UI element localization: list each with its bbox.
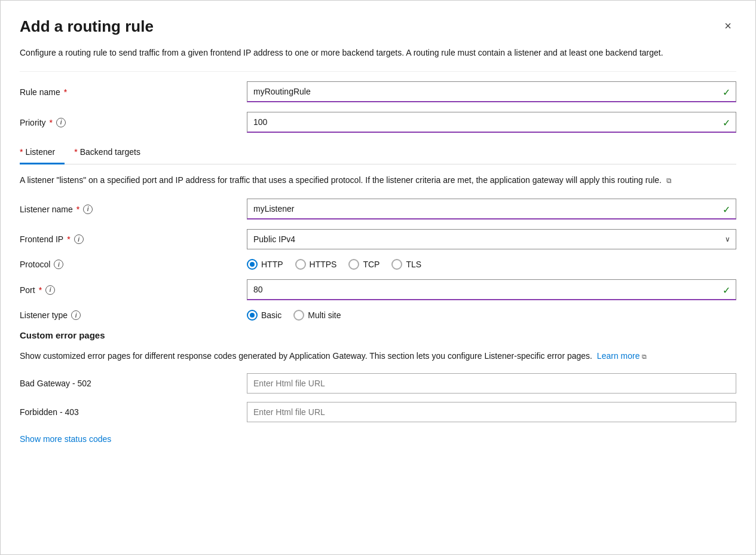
listener-name-input[interactable] [247, 199, 736, 219]
forbidden-label: Forbidden - 403 [20, 407, 247, 417]
frontend-ip-info-icon: i [74, 234, 84, 244]
listener-name-info-icon: i [83, 205, 93, 214]
protocol-tcp-option[interactable]: TCP [348, 259, 379, 270]
protocol-tls-label: TLS [406, 260, 421, 269]
tab-backend-targets[interactable]: * Backend targets [74, 142, 150, 164]
listener-name-label-text: Listener name [20, 205, 73, 214]
tabs-row: * Listener * Backend targets [20, 142, 736, 164]
forbidden-row: Forbidden - 403 [20, 402, 736, 422]
listener-type-label-text: Listener type [20, 310, 68, 320]
custom-error-title: Custom error pages [20, 330, 736, 340]
port-label: Port * i [20, 285, 247, 295]
tab-backend-required: * [74, 147, 77, 157]
protocol-https-radio[interactable] [295, 259, 306, 270]
priority-label: Priority * i [20, 118, 247, 127]
port-control: ✓ [247, 279, 736, 300]
protocol-tcp-radio[interactable] [348, 259, 359, 270]
frontend-ip-required: * [67, 234, 70, 244]
priority-check-icon: ✓ [723, 117, 730, 128]
protocol-info-icon: i [54, 260, 63, 269]
priority-input[interactable] [247, 112, 736, 133]
frontend-ip-label-text: Frontend IP [20, 234, 63, 244]
port-info-icon: i [45, 285, 55, 295]
rule-name-input[interactable] [247, 81, 736, 102]
protocol-http-radio[interactable] [247, 259, 258, 270]
bad-gateway-label: Bad Gateway - 502 [20, 379, 247, 388]
intro-text: Configure a routing rule to send traffic… [20, 47, 736, 59]
custom-error-desc: Show customized error pages for differen… [20, 346, 736, 362]
port-row: Port * i ✓ [20, 279, 736, 300]
priority-label-text: Priority [20, 118, 46, 127]
tab-listener-label: Listener [25, 147, 55, 157]
protocol-tls-radio[interactable] [391, 259, 402, 270]
forbidden-input[interactable] [247, 402, 736, 422]
listener-type-basic-option[interactable]: Basic [247, 310, 281, 321]
port-check-icon: ✓ [723, 284, 730, 295]
rule-name-control: ✓ [247, 81, 736, 102]
port-required: * [39, 285, 42, 295]
protocol-https-label: HTTPS [310, 260, 337, 269]
bad-gateway-row: Bad Gateway - 502 [20, 373, 736, 394]
priority-row: Priority * i ✓ [20, 112, 736, 133]
listener-desc-ext-icon: ⧉ [666, 176, 672, 185]
priority-required: * [50, 118, 53, 127]
protocol-http-label: HTTP [261, 260, 283, 269]
listener-type-row: Listener type i Basic Multi site [20, 310, 736, 321]
protocol-label-text: Protocol [20, 260, 50, 269]
priority-info-icon: i [56, 118, 66, 127]
listener-name-row: Listener name * i ✓ [20, 199, 736, 219]
add-routing-rule-dialog: Add a routing rule × Configure a routing… [0, 0, 756, 555]
frontend-ip-control: Public IPv4 Private IPv4 ∨ [247, 229, 736, 249]
custom-error-section: Custom error pages Show customized error… [20, 330, 736, 444]
custom-error-desc-text: Show customized error pages for differen… [20, 351, 592, 361]
dialog-title: Add a routing rule [20, 17, 154, 36]
listener-type-radio-group: Basic Multi site [247, 310, 736, 321]
tab-listener[interactable]: * Listener [20, 142, 65, 164]
protocol-tcp-label: TCP [363, 260, 379, 269]
rule-name-required: * [64, 87, 67, 97]
listener-type-basic-radio[interactable] [247, 310, 258, 321]
listener-name-required: * [76, 205, 79, 214]
listener-type-multisite-option[interactable]: Multi site [293, 310, 341, 321]
frontend-ip-row: Frontend IP * i Public IPv4 Private IPv4… [20, 229, 736, 249]
listener-type-info-icon: i [71, 310, 81, 320]
listener-type-multisite-label: Multi site [308, 310, 341, 320]
port-label-text: Port [20, 285, 35, 295]
rule-name-label: Rule name * [20, 87, 247, 97]
listener-name-check-icon: ✓ [723, 203, 730, 215]
protocol-tls-option[interactable]: TLS [391, 259, 421, 270]
protocol-http-option[interactable]: HTTP [247, 259, 283, 270]
divider-1 [20, 71, 736, 72]
rule-name-row: Rule name * ✓ [20, 81, 736, 102]
learn-more-ext-icon: ⧉ [642, 353, 647, 360]
protocol-https-option[interactable]: HTTPS [295, 259, 337, 270]
listener-name-label: Listener name * i [20, 205, 247, 214]
learn-more-link[interactable]: Learn more [597, 350, 640, 362]
show-more-status-codes-link[interactable]: Show more status codes [20, 434, 111, 444]
listener-type-multisite-radio[interactable] [293, 310, 304, 321]
close-button[interactable]: × [720, 17, 736, 34]
tab-listener-required: * [20, 147, 23, 157]
protocol-label: Protocol i [20, 260, 247, 269]
dialog-header: Add a routing rule × [20, 17, 736, 36]
bad-gateway-input[interactable] [247, 373, 736, 394]
listener-type-label: Listener type i [20, 310, 247, 320]
protocol-row: Protocol i HTTP HTTPS TCP TLS [20, 259, 736, 270]
tab-backend-label: Backend targets [80, 147, 140, 157]
listener-desc: A listener "listens" on a specified port… [20, 174, 736, 187]
port-input[interactable] [247, 279, 736, 300]
frontend-ip-label: Frontend IP * i [20, 234, 247, 244]
listener-name-control: ✓ [247, 199, 736, 219]
listener-type-basic-label: Basic [261, 310, 281, 320]
listener-desc-text: A listener "listens" on a specified port… [20, 175, 662, 185]
frontend-ip-select[interactable]: Public IPv4 Private IPv4 [247, 229, 736, 249]
protocol-radio-group: HTTP HTTPS TCP TLS [247, 259, 736, 270]
rule-name-label-text: Rule name [20, 87, 60, 97]
rule-name-check-icon: ✓ [723, 86, 730, 97]
priority-control: ✓ [247, 112, 736, 133]
